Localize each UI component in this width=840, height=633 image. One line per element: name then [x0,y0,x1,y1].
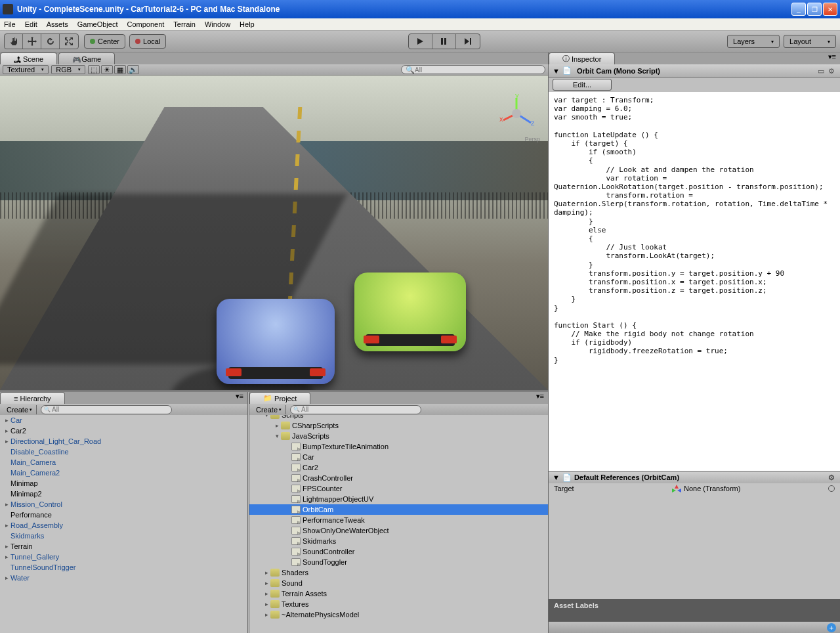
object-picker-icon[interactable] [828,485,835,492]
expand-icon[interactable]: ▸ [3,501,10,508]
project-tree[interactable]: ▾Scripts▸CSharpScripts▾JavaScriptsBumpTe… [249,415,548,633]
project-item[interactable]: ▸Textures [249,599,548,609]
expand-icon[interactable]: ▸ [3,522,10,529]
expand-icon[interactable]: ▼ [553,473,560,481]
project-tab-menu[interactable]: ▾≡ [532,392,548,404]
scene-lighting-toggle[interactable]: ☀ [101,65,113,74]
expand-icon[interactable]: ▸ [262,580,270,586]
project-item[interactable]: SoundController [249,546,548,557]
project-item[interactable]: Skidmarks [249,536,548,546]
help-icon[interactable]: ▭ [818,67,826,75]
scene-gizmo[interactable]: y x z [497,94,536,133]
pivot-local-button[interactable]: Local [129,34,166,49]
settings-icon[interactable]: ⚙ [828,473,836,481]
menu-edit[interactable]: Edit [25,20,37,28]
expand-icon[interactable]: ▸ [3,543,10,550]
expand-icon[interactable]: ▾ [273,433,281,439]
tab-project[interactable]: 📁 Project [249,392,310,404]
tab-inspector[interactable]: ⓘ Inspector [549,53,615,64]
project-item[interactable]: BumpTextureTileAnimation [249,441,548,452]
step-button[interactable] [456,34,480,49]
expand-icon[interactable]: ▸ [262,611,270,618]
project-item[interactable]: FPSCounter [249,483,548,494]
hierarchy-create-button[interactable]: Create [3,405,37,414]
scene-viewport[interactable]: y x z Persp [0,76,548,390]
scene-fx-toggle[interactable]: ▦ [114,65,126,74]
hierarchy-item[interactable]: TunnelSoundTrigger [0,562,247,573]
menu-terrain[interactable]: Terrain [173,20,196,28]
hierarchy-item[interactable]: Main_Camera2 [0,468,247,478]
expand-icon[interactable]: ▼ [553,67,560,75]
project-item[interactable]: Car [249,452,548,462]
hand-tool[interactable] [5,34,23,49]
render-mode-dropdown[interactable]: RGB [51,65,85,74]
hierarchy-tab-menu[interactable]: ▾≡ [232,392,247,404]
maximize-button[interactable]: ❐ [807,3,822,16]
expand-icon[interactable]: ▸ [3,554,10,560]
hierarchy-item[interactable]: Minimap2 [0,489,247,499]
layout-dropdown[interactable]: Layout [784,35,836,48]
expand-icon[interactable]: ▸ [3,417,10,424]
project-item[interactable]: Car2 [249,462,548,473]
hierarchy-item[interactable]: ▸Tunnel_Gallery [0,552,247,562]
rotate-tool[interactable] [41,34,60,49]
add-label-button[interactable]: + [827,623,836,632]
default-references-header[interactable]: ▼ 📄 Default References (OrbitCam) ⚙ [549,471,840,483]
project-item[interactable]: PerformanceTweak [249,515,548,525]
expand-icon[interactable]: ▸ [3,427,10,434]
scene-search-input[interactable] [415,66,541,74]
scene-2d-toggle[interactable]: ⬚ [88,65,100,74]
project-item[interactable]: SoundToggler [249,557,548,567]
project-item[interactable]: ▸~AlternatePhysicsModel [249,609,548,620]
menu-window[interactable]: Window [205,20,230,28]
close-button[interactable]: ✕ [823,3,837,16]
menu-component[interactable]: Component [127,20,164,28]
hierarchy-item[interactable]: Main_Camera [0,457,247,468]
project-item[interactable]: ShowOnlyOneWaterObject [249,525,548,536]
tab-game[interactable]: 🎮Game [58,53,115,64]
settings-icon[interactable]: ⚙ [828,67,836,75]
project-search[interactable] [290,405,421,414]
project-item[interactable]: LightmapperObjectUV [249,494,548,504]
hierarchy-item[interactable]: ▸Car [0,415,247,426]
move-tool[interactable] [23,34,41,49]
project-search-input[interactable] [301,406,418,413]
expand-icon[interactable]: ▸ [3,438,10,445]
project-create-button[interactable]: Create [252,405,286,414]
scene-search[interactable]: 🔍 [401,65,545,74]
expand-icon[interactable]: ▸ [3,575,10,581]
project-item[interactable]: ▾JavaScripts [249,431,548,441]
project-item[interactable]: CrashController [249,473,548,483]
menu-gameobject[interactable]: GameObject [77,20,118,28]
expand-icon[interactable]: ▸ [262,601,270,607]
hierarchy-item[interactable]: Minimap [0,478,247,489]
layers-dropdown[interactable]: Layers [727,35,780,48]
hierarchy-item[interactable]: ▸Terrain [0,541,247,552]
project-item[interactable]: ▸Sound [249,578,548,588]
hierarchy-item[interactable]: Performance [0,510,247,520]
project-item[interactable]: ▸Terrain Assets [249,588,548,599]
pause-button[interactable] [432,34,456,49]
scale-tool[interactable] [60,34,78,49]
minimize-button[interactable]: _ [791,3,806,16]
hierarchy-item[interactable]: ▸Water [0,573,247,583]
tab-scene[interactable]: 🏞Scene [0,53,57,64]
inspector-tab-menu[interactable]: ▾≡ [824,53,840,64]
draw-mode-dropdown[interactable]: Textured [3,65,49,74]
project-item[interactable]: ▸CSharpScripts [249,420,548,431]
hierarchy-search[interactable] [41,405,172,414]
expand-icon[interactable]: ▸ [262,590,270,597]
scene-car-green[interactable] [354,273,466,351]
project-item[interactable]: OrbitCam [249,504,548,515]
tab-hierarchy[interactable]: ≡ Hierarchy [0,392,65,404]
expand-icon[interactable]: ▸ [262,569,270,576]
hierarchy-item[interactable]: ▸Road_Assembly [0,520,247,531]
scene-car-blue[interactable] [217,299,335,384]
expand-icon[interactable]: ▾ [262,415,270,418]
hierarchy-item[interactable]: Disable_Coastline [0,447,247,457]
hierarchy-item[interactable]: ▸Mission_Control [0,499,247,510]
project-item[interactable]: ▾Scripts [249,415,548,420]
hierarchy-search-input[interactable] [52,406,169,413]
scene-audio-toggle[interactable]: 🔊 [127,65,139,74]
hierarchy-tree[interactable]: ▸Car▸Car2▸Directional_Light_Car_RoadDisa… [0,415,247,633]
